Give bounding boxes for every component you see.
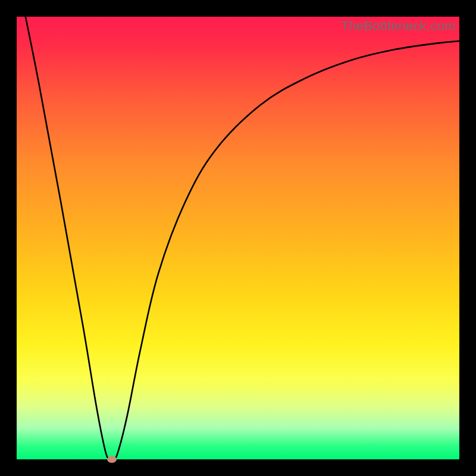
optimal-marker (107, 456, 117, 463)
chart-frame: TheBottleneck.com (0, 0, 476, 476)
bottleneck-curve (17, 17, 459, 459)
plot-area: TheBottleneck.com (17, 17, 459, 459)
